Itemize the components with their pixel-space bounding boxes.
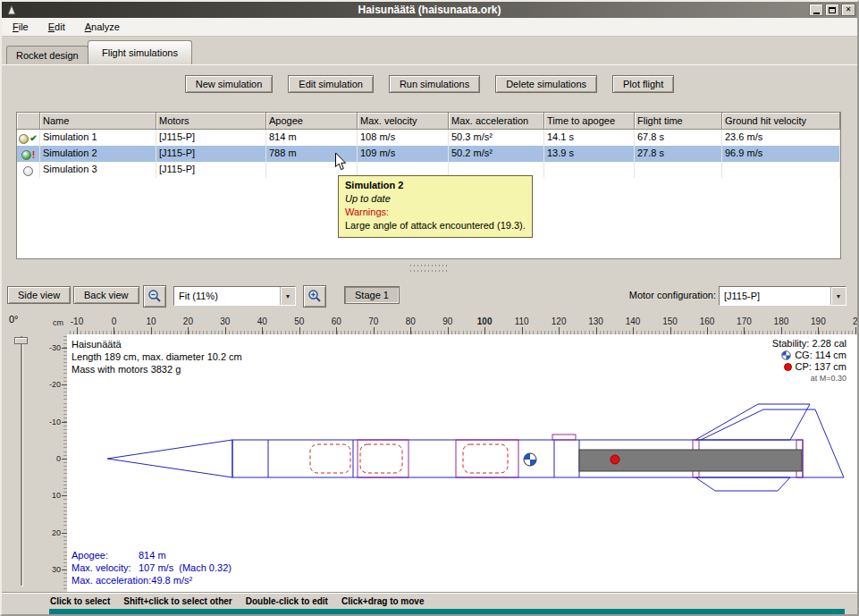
minimize-button[interactable] [809,4,823,16]
column-max-acceleration[interactable]: Max. acceleration [449,113,544,130]
mouse-cursor [334,152,347,172]
parachute[interactable] [310,444,350,473]
table-row-simulation-2[interactable]: ! Simulation 2 [J115-P] 788 m 109 m/s 50… [17,146,840,162]
maximize-button[interactable] [825,4,839,16]
motor-configuration-select[interactable]: [J115-P] ▼ [719,286,846,306]
rotation-angle-label: 0° [9,314,19,325]
back-view-button[interactable]: Back view [73,286,139,304]
stability-value: Stability: 2.28 cal [772,338,846,350]
status-cell [17,162,40,178]
split-divider[interactable] [2,261,857,279]
side-view-button[interactable]: Side view [7,286,71,304]
launch-lug[interactable] [552,435,576,440]
parachute[interactable] [463,444,508,473]
status-uptodate-icon [21,150,31,160]
zoom-out-button[interactable] [143,285,166,308]
cp-info: CP: 137 cm [772,361,846,373]
cell-name: Simulation 3 [40,162,156,178]
ruler-unit-label: cm [49,311,67,334]
new-simulation-button[interactable]: New simulation [185,75,274,93]
max-acceleration-label: Max. acceleration: [72,574,151,586]
window-controls: ✕ [809,4,855,16]
window-title: Haisunäätä (haisunaata.ork) [2,4,857,16]
menu-analyze[interactable]: Analyze [85,21,120,32]
parachute[interactable] [360,444,402,473]
rocket-canvas[interactable]: Haisunäätä Length 189 cm, max. diameter … [67,334,857,592]
tab-rocket-design-label: Rocket design [16,50,79,61]
close-button[interactable]: ✕ [841,4,855,16]
cell-max-acceleration: 50.2 m/s² [449,146,544,162]
column-name[interactable]: Name [40,113,156,130]
app-window: Haisunäätä (haisunaata.ork) ✕ File Edit … [0,0,859,616]
tooltip-warning-text: Large angle of attack encountered (19.3)… [345,219,526,232]
delete-simulations-button[interactable]: Delete simulations [495,75,597,93]
apogee-label: Apogee: [72,549,139,561]
hint-double-click: Double-click to edit [246,596,328,606]
fin-lower[interactable] [695,477,790,491]
inner-tube[interactable] [358,440,408,477]
column-flight-time[interactable]: Flight time [635,113,722,130]
mach-note: at M=0.30 [772,373,846,384]
plot-flight-button[interactable]: Plot flight [612,75,674,93]
zoom-select[interactable]: Fit (11%) ▼ [173,286,296,306]
cell-max-velocity: 109 m/s [358,146,449,162]
title-bar[interactable]: Haisunäätä (haisunaata.ork) ✕ [2,2,857,18]
chevron-down-icon[interactable]: ▼ [830,287,846,305]
column-apogee[interactable]: Apogee [266,113,358,130]
menu-file[interactable]: File [13,21,29,32]
inner-tube[interactable] [456,440,518,477]
column-time-to-apogee[interactable]: Time to apogee [544,113,635,130]
cp-value: CP: 137 cm [796,361,846,373]
slider-handle[interactable] [14,337,28,344]
column-status[interactable] [17,113,40,130]
edit-simulation-button[interactable]: Edit simulation [288,75,374,93]
max-velocity-label: Max. velocity: [72,561,139,574]
status-cell: ✔ [17,130,40,146]
motor-configuration-value: [J115-P] [724,291,760,301]
column-max-velocity[interactable]: Max. velocity [358,113,449,130]
tab-flight-simulations[interactable]: Flight simulations [88,40,192,64]
table-row-simulation-1[interactable]: ✔ Simulation 1 [J115-P] 814 m 108 m/s 50… [17,130,840,146]
cell-motors: [J115-P] [156,130,266,146]
cp-icon [784,363,792,371]
tab-flight-simulations-label: Flight simulations [102,47,178,58]
cell-max-acceleration: 50.3 m/s² [449,130,544,146]
stage-1-toggle[interactable]: Stage 1 [344,286,400,304]
hint-shift-click: Shift+click to select other [123,596,232,606]
tooltip-status: Up to date [345,192,526,206]
cell-max-velocity: 108 m/s [358,130,449,146]
minimize-icon [813,13,820,14]
tab-rocket-design[interactable]: Rocket design [6,46,88,64]
rotation-slider[interactable] [13,334,29,587]
magnifier-minus-icon [147,289,162,303]
cell-time-to-apogee: 14.1 s [544,130,635,146]
cell-time-to-apogee [544,162,635,178]
zoom-in-button[interactable] [303,285,326,308]
column-ground-hit-velocity[interactable]: Ground hit velocity [722,113,840,130]
cg-info: CG: 114 cm [772,350,846,361]
app-icon [5,4,18,16]
run-simulations-button[interactable]: Run simulations [389,75,480,93]
rocket-name: Haisunäätä [72,339,122,350]
menu-edit[interactable]: Edit [48,21,65,32]
status-bar: Click to select Shift+click to select ot… [2,592,857,609]
hint-click-to-select: Click to select [50,596,110,606]
apogee-row: Apogee:814 m [72,549,232,561]
magnifier-plus-icon [307,289,322,303]
cp-marker [611,455,619,464]
cell-motors: [J115-P] [156,146,266,162]
splitter-grip [410,270,450,272]
cg-marker [524,453,536,466]
max-acceleration-value: 49.8 m/s² [151,575,192,586]
status-not-simulated-icon [23,166,33,176]
chevron-down-icon[interactable]: ▼ [280,287,295,305]
nose-cone[interactable] [107,440,232,477]
slider-track [21,336,22,586]
rocket-dimensions: Length 189 cm, max. diameter 10.2 cm [72,351,242,362]
status-ok-icon: ✔ [29,134,37,143]
max-velocity-row: Max. velocity:107 m/s (Mach 0.32) [72,561,232,574]
close-icon: ✕ [846,6,852,13]
cell-flight-time: 27.8 s [635,146,722,162]
column-motors[interactable]: Motors [156,113,266,130]
zoom-select-value: Fit (11%) [179,291,218,301]
